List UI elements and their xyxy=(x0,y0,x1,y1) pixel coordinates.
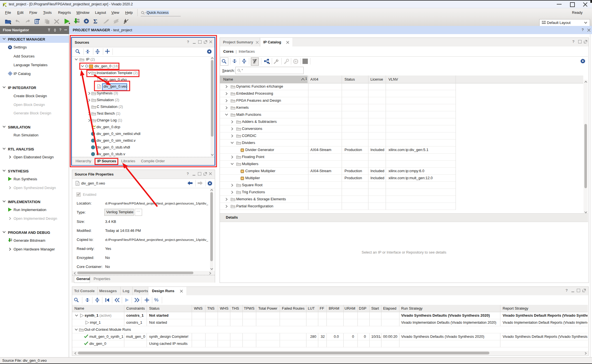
svg-text:10: 10 xyxy=(10,240,12,241)
svg-text:10: 10 xyxy=(77,21,79,23)
svg-text:01: 01 xyxy=(10,238,12,240)
svg-text:01: 01 xyxy=(77,19,79,21)
